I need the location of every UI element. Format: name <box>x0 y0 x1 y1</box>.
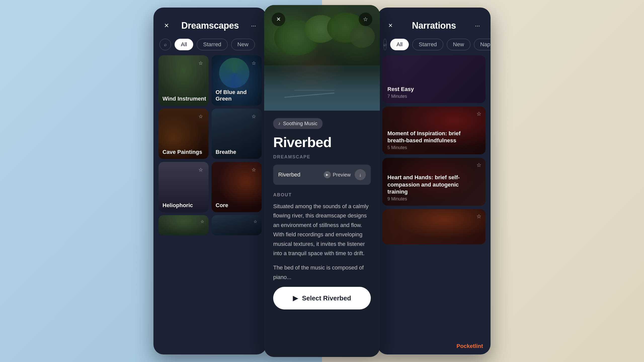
narration-rest-easy-duration: 7 Minutes <box>387 94 407 99</box>
card-label-cave: Cave Paintings <box>163 149 202 155</box>
narrations-search-icon: ⌕ <box>384 42 386 47</box>
music-tag-label: Soothing Music <box>283 121 317 126</box>
dreamscapes-header: ✕ Dreamscapes ··· <box>153 8 267 36</box>
narration-heart-duration: 9 Minutes <box>387 196 407 202</box>
preview-button[interactable]: ▶ Preview <box>324 171 351 178</box>
riverbed-content: ♪ Soothing Music Riverbed DREAMSCAPE Riv… <box>264 111 380 357</box>
download-icon: ↓ <box>359 172 361 178</box>
pocketlint-rest: ocketlint <box>460 343 483 349</box>
search-icon: ⌕ <box>164 42 167 47</box>
card-blue-green[interactable]: ☆ Of Blue and Green <box>212 55 262 106</box>
narrations-title: Narrations <box>412 20 456 31</box>
star-partial2-icon[interactable]: ☆ <box>251 217 260 226</box>
water-area <box>264 65 380 111</box>
star-heart-icon[interactable]: ☆ <box>476 162 481 168</box>
water-streak-1 <box>284 93 335 98</box>
star-partial1-icon[interactable]: ☆ <box>198 217 207 226</box>
narration-moment-duration: 5 Minutes <box>387 145 407 150</box>
music-tag: ♪ Soothing Music <box>273 118 323 129</box>
select-button-label: Select Riverbed <box>302 294 351 302</box>
pocketlint-watermark: Pocketlint <box>457 343 483 349</box>
card-label-blue-green: Of Blue and Green <box>216 89 262 102</box>
rock-4 <box>350 25 375 48</box>
riverbed-hero: ✕ ☆ <box>264 5 380 111</box>
narration-moment-inspiration[interactable]: ☆ Moment of Inspiration: brief breath-ba… <box>382 107 486 154</box>
star-core-icon[interactable]: ☆ <box>250 165 258 174</box>
narration-heart-title: Heart and Hands: brief self-compassion a… <box>387 174 473 196</box>
card-heliophoric[interactable]: ☆ Heliophoric <box>158 162 209 212</box>
riverbed-title: Riverbed <box>273 134 371 150</box>
star-heliophoric-icon[interactable]: ☆ <box>196 165 205 174</box>
pocketlint-p: P <box>457 343 460 349</box>
narration-rest-easy[interactable]: Rest Easy 7 Minutes <box>382 55 486 103</box>
preview-label: Preview <box>333 172 351 178</box>
playback-track-name: Riverbed <box>278 171 320 178</box>
card-label-core: Core <box>216 202 228 209</box>
card-partial-1[interactable]: ☆ <box>158 215 209 235</box>
riverbed-subtitle: DREAMSCAPE <box>273 154 371 160</box>
card-breathe[interactable]: ☆ Breathe <box>212 109 262 159</box>
star-wind-icon[interactable]: ☆ <box>196 59 205 67</box>
riverbed-star-button[interactable]: ☆ <box>359 13 372 26</box>
card-cave-paintings[interactable]: ☆ Cave Paintings <box>158 109 209 159</box>
riverbed-panel: ✕ ☆ ♪ Soothing Music Riverbed DREAMSCAPE… <box>264 5 380 357</box>
card-core[interactable]: ☆ Core <box>212 162 262 212</box>
narrations-panel: ✕ Narrations ··· ⌕ All Starred New Nap R… <box>377 8 491 354</box>
narrations-search-button[interactable]: ⌕ <box>383 39 387 50</box>
star-blue-green-icon[interactable]: ☆ <box>250 59 258 67</box>
filter-new[interactable]: New <box>231 39 255 50</box>
narration-moment-title: Moment of Inspiration: brief breath-base… <box>387 130 473 144</box>
narration-heart-hands[interactable]: ☆ Heart and Hands: brief self-compassion… <box>382 158 486 206</box>
narration-fourth[interactable]: ☆ <box>382 209 486 244</box>
screen-container: ✕ Dreamscapes ··· ⌕ All Starred New ☆ Wi… <box>0 0 644 362</box>
filter-all[interactable]: All <box>175 39 193 50</box>
card-label-wind: Wind Instrument <box>163 96 206 102</box>
narrations-filter-starred[interactable]: Starred <box>412 39 443 50</box>
card-label-heliophoric: Heliophoric <box>163 202 193 209</box>
filter-starred[interactable]: Starred <box>197 39 227 50</box>
dreamscapes-panel: ✕ Dreamscapes ··· ⌕ All Starred New ☆ Wi… <box>153 8 267 354</box>
water-streak-2 <box>294 90 335 90</box>
close-button[interactable]: ✕ <box>161 20 172 31</box>
select-play-icon: ▶ <box>293 294 298 302</box>
narrations-filter-row: ⌕ All Starred New Nap <box>377 36 491 55</box>
dreamscapes-filter-row: ⌕ All Starred New <box>153 36 267 55</box>
riverbed-close-button[interactable]: ✕ <box>272 13 285 26</box>
narrations-more-button[interactable]: ··· <box>472 20 483 31</box>
star-moment-icon[interactable]: ☆ <box>476 111 481 117</box>
card-partial-2[interactable]: ☆ <box>212 215 262 235</box>
select-riverbed-button[interactable]: ▶ Select Riverbed <box>273 287 371 309</box>
narrations-filter-nap[interactable]: Nap <box>474 39 491 50</box>
star-breathe-icon[interactable]: ☆ <box>250 112 258 121</box>
narrations-close-button[interactable]: ✕ <box>385 20 396 31</box>
card-label-breathe: Breathe <box>216 149 236 155</box>
download-button[interactable]: ↓ <box>355 169 366 180</box>
playback-bar: Riverbed ▶ Preview ↓ <box>273 165 371 185</box>
more-options-button[interactable]: ··· <box>248 20 259 31</box>
star-fourth-icon[interactable]: ☆ <box>476 213 481 220</box>
narration-rest-easy-title: Rest Easy <box>387 86 414 93</box>
narrations-filter-new[interactable]: New <box>447 39 470 50</box>
dreamscapes-title: Dreamscapes <box>181 20 239 31</box>
about-description: Situated among the sounds of a calmly fl… <box>273 202 371 258</box>
music-note-icon: ♪ <box>278 121 280 126</box>
star-cave-icon[interactable]: ☆ <box>196 112 205 121</box>
narrations-filter-all[interactable]: All <box>390 39 409 50</box>
card-wind-instrument[interactable]: ☆ Wind Instrument <box>158 55 209 106</box>
about-label: ABOUT <box>273 192 371 198</box>
search-button[interactable]: ⌕ <box>159 39 171 50</box>
play-icon: ▶ <box>324 171 331 178</box>
dreamscapes-grid: ☆ Wind Instrument ☆ Of Blue and Green ☆ … <box>153 55 267 212</box>
about-description-truncated: The bed of the music is composed of pian… <box>273 263 371 282</box>
narrations-header: ✕ Narrations ··· <box>377 8 491 36</box>
